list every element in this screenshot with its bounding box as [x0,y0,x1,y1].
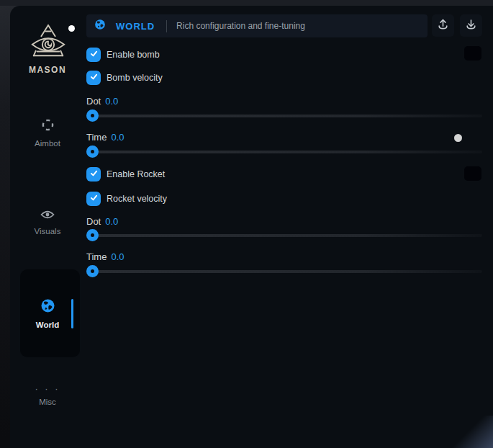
sidebar-item-world[interactable]: World [10,298,85,329]
slider-value: 0.0 [111,251,124,262]
slider-label: Dot0.0 [86,96,118,107]
dot-slider[interactable] [86,234,482,237]
sidebar-item-label: Aimbot [35,139,60,148]
sidebar-item-label: Visuals [35,227,61,236]
bomb-velocity-checkbox[interactable] [86,71,101,85]
checkbox-label: Enable Rocket [107,167,165,182]
dot-slider[interactable] [86,115,482,117]
check-icon [89,168,99,181]
slider-label: Dot0.0 [86,216,118,227]
slider-name: Time [86,132,107,143]
upload-icon [437,18,449,33]
time-slider[interactable] [86,270,482,273]
bomb-color-swatch[interactable] [464,46,481,61]
slider-name: Dot [86,216,101,227]
menu-cursor-dot [68,25,75,32]
checkbox-label: Rocket velocity [107,192,167,206]
rocket-velocity-checkbox[interactable] [86,192,101,206]
header-divider [166,20,167,32]
slider-thumb[interactable] [86,265,99,277]
upload-config-button[interactable] [432,14,454,37]
slider-value: 0.0 [111,132,124,143]
slider-name: Time [86,251,107,262]
ellipsis-icon: · · · [10,383,85,394]
check-icon [89,192,99,205]
download-icon [465,18,477,33]
page-title: WORLD [116,21,155,32]
slider-value: 0.0 [105,216,118,227]
screen: MASON Aimbot Visuals [0,0,493,448]
mouse-cursor-dot [454,134,462,142]
mason-logo [27,23,69,63]
rocket-color-swatch[interactable] [464,166,481,181]
check-icon [89,71,99,84]
checkbox-label: Bomb velocity [107,71,163,85]
outer-frame-top [0,0,493,6]
checkbox-label: Enable bomb [107,48,160,62]
corner-glow [450,416,493,448]
slider-label: Time0.0 [86,251,124,262]
crosshair-icon [10,118,85,133]
page-subtitle: Rich configuration and fine-tuning [176,21,305,31]
sidebar-item-aimbot[interactable]: Aimbot [10,118,85,148]
slider-name: Dot [86,96,101,107]
globe-icon [10,298,85,315]
sidebar-item-label: World [36,321,59,329]
globe-icon [94,19,106,33]
slider-label: Time0.0 [86,132,124,143]
slider-thumb[interactable] [86,145,99,158]
check-icon [89,48,99,61]
eye-icon [10,210,85,221]
time-slider[interactable] [86,151,482,153]
slider-thumb[interactable] [86,109,99,122]
sidebar-item-visuals[interactable]: Visuals [10,210,85,236]
download-config-button[interactable] [460,14,482,37]
enable-rocket-checkbox[interactable] [86,167,101,182]
brand-name: MASON [10,65,85,75]
page-header: WORLD Rich configuration and fine-tuning [86,14,428,37]
enable-bomb-checkbox[interactable] [86,48,101,62]
slider-value: 0.0 [105,96,118,107]
slider-thumb[interactable] [86,229,99,241]
sidebar-item-misc[interactable]: · · · Misc [10,383,85,406]
sidebar-item-label: Misc [39,398,56,406]
menu-window: MASON Aimbot Visuals [10,6,493,448]
